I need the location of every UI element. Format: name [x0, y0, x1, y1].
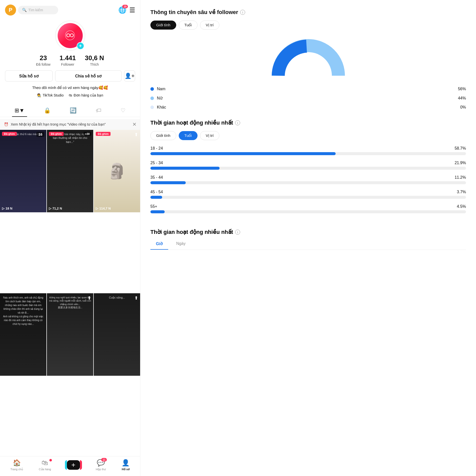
- nav-inbox[interactable]: 💬 11 Hộp thư: [96, 459, 106, 471]
- notification-bar: ⏰ Xem Nhật ký đã hết hạn trong mục "Vide…: [0, 119, 140, 130]
- profile-section: ♾ + 23 Đã follow 1.441 Follower 30,6 N T…: [0, 18, 140, 104]
- filter-age[interactable]: Tuổi: [179, 21, 198, 30]
- tab-tag[interactable]: 🏷: [93, 104, 104, 117]
- age-section: Thời gian hoạt động nhiều nhất i Giới tí…: [150, 120, 466, 219]
- shop-icon: 🛍: [42, 459, 48, 467]
- age-filter-tabs: Giới tính Tuổi Vị trí: [150, 131, 466, 140]
- age-row-25-34: 25 - 34 21.9%: [150, 161, 466, 170]
- tab-videos[interactable]: ⊞▼: [12, 104, 27, 117]
- video-thumb-1[interactable]: Nhìn cái bậc thứ 6 nào mà lại... Đã ghim…: [0, 130, 46, 212]
- home-icon: 🏠: [13, 459, 21, 467]
- profile-buttons: Sửa hồ sơ Chia sẻ hồ sơ 👤+: [5, 70, 135, 81]
- nav-add[interactable]: +: [67, 460, 80, 470]
- play-count-1: ▷18 N: [2, 207, 12, 210]
- add-button[interactable]: +: [67, 460, 80, 470]
- time-tab-hour[interactable]: Giờ: [150, 239, 168, 250]
- notif-text: Xem Nhật ký đã hết hạn trong mục "Video …: [11, 122, 136, 127]
- bar-track-1: [150, 167, 466, 170]
- search-bar[interactable]: 🔍 Tìm kiếm: [18, 6, 58, 14]
- bottom-nav: 🏠 Trang chủ 🛍 Cửa hàng + 💬 11 Hộp thư 👤 …: [0, 456, 140, 476]
- stat-follow: 23 Đã follow: [36, 54, 51, 66]
- age-row-55plus: 55+ 4.5%: [150, 204, 466, 213]
- age-bars: 18 - 24 58.7% 25 - 34 21.9% 35 - 44: [150, 146, 466, 219]
- links-row: 🧑‍🎨 TikTok Studio 🛍 Đơn hàng của bạn: [37, 93, 103, 97]
- bar-track-0: [150, 152, 466, 155]
- nav-profile[interactable]: 👤 Hồ sơ: [122, 459, 130, 471]
- video-number-1: 16: [36, 132, 44, 137]
- likes-label: Thích: [90, 62, 99, 66]
- stat-likes: 30,6 N Thích: [85, 54, 104, 66]
- svg-point-0: [288, 56, 328, 81]
- search-icon: 🔍: [22, 8, 27, 12]
- bar-fill-3: [150, 196, 162, 199]
- bar-fill-0: [150, 152, 336, 155]
- p-icon: P: [5, 5, 16, 16]
- video-thumb-3[interactable]: 🗿 Đã ghim ⬆ ▷114,7 N: [94, 130, 140, 212]
- tab-heart[interactable]: ♡: [118, 104, 128, 117]
- tab-lock[interactable]: 🔒: [41, 104, 53, 117]
- age-filter-location[interactable]: Vị trí: [200, 131, 220, 140]
- follow-count: 23: [40, 54, 47, 62]
- video-grid: Nhìn cái bậc thứ 6 nào mà lại... Đã ghim…: [0, 130, 140, 456]
- shop-dot-badge: [49, 459, 52, 461]
- donut-chart-wrap: [150, 36, 466, 81]
- female-dot: [150, 97, 154, 100]
- save-icon-3: ⬆: [134, 132, 138, 137]
- tab-repost[interactable]: 🔄: [67, 104, 79, 117]
- nav-home[interactable]: 🏠 Trang chủ: [11, 459, 23, 471]
- menu-icon[interactable]: ☰: [129, 6, 135, 14]
- age-row-35-44: 35 - 44 11.2%: [150, 175, 466, 184]
- video-thumb-5[interactable]: Đừng suy nghĩ quá nhiều, lạc quan lên mà…: [47, 293, 93, 376]
- stat-follower: 1.441 Follower: [59, 54, 76, 66]
- tag-icon: 🏷: [96, 107, 101, 114]
- bio-text: Theo dõi mình để có vd xem hàng ngày🥰🥰: [32, 85, 108, 91]
- time-tabs: Giờ Ngày: [150, 239, 466, 250]
- age-row-45-54: 45 - 54 3.7%: [150, 190, 466, 199]
- bar-fill-2: [150, 181, 186, 184]
- globe-badge: 19: [122, 5, 128, 8]
- avatar-logo: ♾: [64, 28, 76, 43]
- time-info-icon[interactable]: i: [235, 230, 240, 235]
- age-section-title: Thời gian hoạt động nhiều nhất i: [150, 120, 466, 126]
- stats-row: 23 Đã follow 1.441 Follower 30,6 N Thích: [36, 54, 104, 66]
- badge-pinned-2: Đã ghim: [49, 132, 64, 136]
- top-bar-right: 🌐 19 ☰: [118, 6, 135, 14]
- nav-shop[interactable]: 🛍 Cửa hàng: [39, 459, 51, 471]
- notif-close-button[interactable]: ✕: [132, 121, 137, 127]
- follower-info-icon[interactable]: i: [240, 10, 245, 15]
- likes-count: 30,6 N: [85, 54, 104, 62]
- filter-location[interactable]: Vị trí: [200, 21, 220, 30]
- time-section-title: Thời gian hoạt động nhiều nhất i: [150, 229, 466, 235]
- badge-plus30: +30: [83, 132, 91, 136]
- age-filter-gender[interactable]: Giới tính: [150, 131, 176, 140]
- age-info-icon[interactable]: i: [235, 120, 240, 125]
- video-thumb-2[interactable]: "Nghe hết bài nhạc này, người bạn thường…: [47, 130, 93, 212]
- filter-gender[interactable]: Giới tính: [150, 21, 176, 30]
- add-icon: +: [71, 461, 75, 469]
- edit-profile-button[interactable]: Sửa hồ sơ: [5, 70, 53, 81]
- video-thumb-4[interactable]: Nếu anh thích em, anh sẽ chủ động tìm cá…: [0, 293, 46, 376]
- tiktok-studio-icon: 🧑‍🎨: [37, 93, 41, 97]
- time-tab-day[interactable]: Ngày: [171, 239, 191, 250]
- heart-icon: ♡: [121, 107, 126, 114]
- tiktok-studio-link[interactable]: 🧑‍🎨 TikTok Studio: [37, 93, 64, 97]
- videos-tab-icon: ⊞▼: [15, 107, 25, 114]
- follower-label: Follower: [61, 62, 74, 66]
- bar-track-2: [150, 181, 466, 184]
- gender-legend: Nam 56% Nữ 44% Khác 0%: [150, 87, 466, 110]
- home-label: Trang chủ: [11, 468, 23, 471]
- age-filter-age[interactable]: Tuổi: [179, 131, 198, 140]
- notif-icon: ⏰: [4, 122, 8, 126]
- globe-icon-wrap[interactable]: 🌐 19: [118, 6, 126, 14]
- save-icon-5: ⬆: [87, 295, 91, 301]
- video-thumb-6[interactable]: Cuộc sống... ⬆: [94, 293, 140, 376]
- add-friend-button[interactable]: 👤+: [124, 70, 135, 81]
- orders-icon: 🛍: [69, 93, 72, 97]
- lock-icon: 🔒: [44, 107, 51, 114]
- follower-section: Thông tin chuyên sâu về follower i Giới …: [150, 9, 466, 110]
- orders-link[interactable]: 🛍 Đơn hàng của bạn: [69, 93, 103, 97]
- avatar-wrap: ♾ +: [55, 21, 85, 51]
- share-profile-button[interactable]: Chia sẻ hồ sơ: [55, 70, 122, 81]
- bar-fill-4: [150, 210, 165, 213]
- add-profile-button[interactable]: +: [77, 42, 84, 50]
